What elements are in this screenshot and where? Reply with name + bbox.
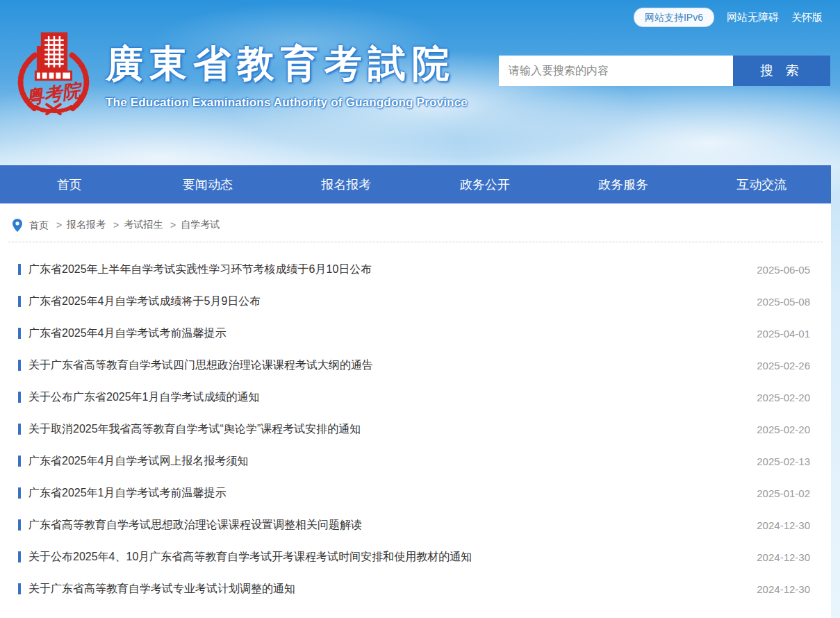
news-date: 2025-02-20	[757, 424, 810, 435]
news-title-link[interactable]: 关于广东省高等教育自学考试四门思想政治理论课课程考试大纲的通告	[28, 358, 740, 373]
news-date: 2025-02-13	[757, 456, 810, 467]
news-title-link[interactable]: 广东省高等教育自学考试思想政治理论课课程设置调整相关问题解读	[28, 518, 740, 533]
breadcrumb-link[interactable]: 自学考试	[181, 219, 220, 231]
news-title-link[interactable]: 关于公布广东省2025年1月自学考试成绩的通知	[28, 390, 740, 405]
bullet-bar-icon	[18, 551, 21, 562]
breadcrumb-segment: 首页	[29, 219, 49, 232]
news-title-link[interactable]: 关于取消2025年我省高等教育自学考试“舆论学”课程考试安排的通知	[28, 422, 740, 437]
list-item[interactable]: 广东省2025年4月自学考试网上报名报考须知 2025-02-13	[18, 445, 810, 477]
nav-item[interactable]: 政务公开	[415, 165, 554, 203]
breadcrumb-items: 首页 > 报名报考 > 考试招生 >	[29, 219, 220, 232]
breadcrumb-separator: >	[165, 219, 181, 231]
news-date: 2024-12-30	[757, 583, 810, 595]
news-date: 2024-12-30	[757, 519, 810, 531]
site-titles: 廣東省教育考試院 The Education Examinations Auth…	[106, 32, 468, 117]
bullet-bar-icon	[18, 360, 21, 371]
care-mode-link[interactable]: 关怀版	[791, 11, 823, 24]
main-nav: 首页 要闻动态 报名报考 政务公开 政务服务 互动交流	[0, 165, 831, 203]
utility-links: 网站支持IPv6 网站无障碍 关怀版	[634, 8, 823, 27]
accessibility-link[interactable]: 网站无障碍	[727, 11, 779, 24]
news-title-link[interactable]: 广东省2025年4月自学考试网上报名报考须知	[28, 454, 740, 469]
site-subtitle: The Education Examinations Authority of …	[106, 96, 468, 110]
site-header: 网站支持IPv6 网站无障碍 关怀版	[0, 0, 831, 165]
site-title: 廣東省教育考試院	[106, 39, 468, 90]
agency-emblem-logo: 粤考院	[13, 32, 94, 117]
breadcrumb-segment: > 报名报考	[51, 219, 106, 231]
news-title-link[interactable]: 广东省2025年4月自学考试成绩将于5月9日公布	[28, 294, 740, 309]
list-item[interactable]: 广东省2025年上半年自学考试实践性学习环节考核成绩于6月10日公布 2025-…	[18, 253, 810, 285]
news-date: 2025-04-01	[757, 328, 810, 340]
news-title-link[interactable]: 关于公布2025年4、10月广东省高等教育自学考试开考课程考试时间安排和使用教材…	[28, 550, 740, 565]
breadcrumb-segment: > 自学考试	[165, 219, 220, 231]
ipv6-badge[interactable]: 网站支持IPv6	[634, 8, 714, 27]
breadcrumb-separator: >	[108, 219, 124, 231]
list-item[interactable]: 关于广东省高等教育自学考试四门思想政治理论课课程考试大纲的通告 2025-02-…	[18, 349, 810, 381]
bullet-bar-icon	[18, 519, 21, 531]
news-date: 2025-06-05	[757, 264, 810, 276]
list-item[interactable]: 关于取消2025年我省高等教育自学考试“舆论学”课程考试安排的通知 2025-0…	[18, 413, 810, 445]
news-list: 广东省2025年上半年自学考试实践性学习环节考核成绩于6月10日公布 2025-…	[0, 242, 831, 605]
news-date: 2024-12-30	[757, 551, 810, 563]
main-content: 首页 > 报名报考 > 考试招生 >	[0, 203, 831, 618]
news-date: 2025-02-20	[757, 392, 810, 403]
list-item[interactable]: 广东省2025年1月自学考试考前温馨提示 2025-01-02	[18, 477, 810, 509]
list-item[interactable]: 关于广东省高等教育自学考试专业考试计划调整的通知 2024-12-30	[18, 573, 810, 605]
list-item[interactable]: 关于公布广东省2025年1月自学考试成绩的通知 2025-02-20	[18, 381, 810, 413]
news-title-link[interactable]: 关于广东省高等教育自学考试专业考试计划调整的通知	[28, 582, 740, 596]
list-item[interactable]: 广东省2025年4月自学考试成绩将于5月9日公布 2025-05-08	[18, 285, 810, 317]
bullet-bar-icon	[18, 456, 21, 467]
search-input[interactable]	[499, 56, 733, 86]
breadcrumb-separator: >	[51, 219, 67, 231]
news-title-link[interactable]: 广东省2025年1月自学考试考前温馨提示	[28, 486, 740, 501]
bullet-bar-icon	[18, 392, 21, 403]
nav-item[interactable]: 要闻动态	[138, 165, 277, 203]
list-item[interactable]: 关于公布2025年4、10月广东省高等教育自学考试开考课程考试时间安排和使用教材…	[18, 541, 810, 573]
breadcrumb-link[interactable]: 报名报考	[67, 219, 106, 231]
breadcrumb-link[interactable]: 考试招生	[124, 219, 163, 231]
news-date: 2025-05-08	[757, 296, 810, 308]
breadcrumb-segment: > 考试招生	[108, 219, 163, 231]
search-button[interactable]: 搜 索	[733, 56, 830, 86]
breadcrumb: 首页 > 报名报考 > 考试招生 >	[8, 203, 823, 242]
nav-item[interactable]: 首页	[0, 165, 138, 203]
breadcrumb-link[interactable]: 首页	[29, 219, 49, 232]
news-title-link[interactable]: 广东省2025年上半年自学考试实践性学习环节考核成绩于6月10日公布	[28, 262, 740, 277]
list-item[interactable]: 广东省高等教育自学考试思想政治理论课课程设置调整相关问题解读 2024-12-3…	[18, 509, 810, 541]
bullet-bar-icon	[18, 328, 21, 339]
nav-item[interactable]: 互动交流	[693, 165, 831, 203]
bullet-bar-icon	[18, 296, 21, 307]
news-title-link[interactable]: 广东省2025年4月自学考试考前温馨提示	[28, 326, 740, 341]
bullet-bar-icon	[18, 487, 21, 499]
bullet-bar-icon	[18, 424, 21, 435]
page: 网站支持IPv6 网站无障碍 关怀版	[0, 0, 831, 618]
nav-item[interactable]: 政务服务	[554, 165, 692, 203]
breadcrumb-wrap: 首页 > 报名报考 > 考试招生 >	[0, 203, 831, 242]
bullet-bar-icon	[18, 583, 21, 594]
location-pin-icon	[13, 219, 22, 232]
news-date: 2025-02-26	[757, 360, 810, 371]
brand-block[interactable]: 粤考院 廣東省教育考試院 The Education Examinations …	[13, 32, 468, 117]
bullet-bar-icon	[18, 264, 21, 275]
news-date: 2025-01-02	[757, 487, 810, 499]
nav-item[interactable]: 报名报考	[277, 165, 415, 203]
search-box: 搜 索	[499, 56, 830, 86]
list-item[interactable]: 广东省2025年4月自学考试考前温馨提示 2025-04-01	[18, 317, 810, 349]
